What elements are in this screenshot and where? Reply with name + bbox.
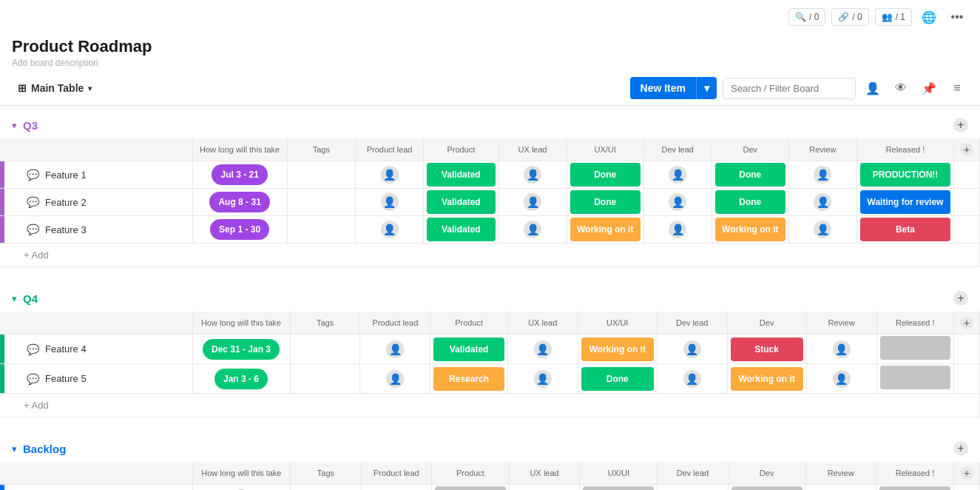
- date-badge[interactable]: Dec 31 - Jan 3: [203, 339, 280, 360]
- row-review-q3-1[interactable]: 👤: [788, 189, 856, 216]
- avatar[interactable]: 👤: [534, 370, 552, 388]
- row-review-q4-1[interactable]: 👤: [806, 364, 876, 394]
- row-product-lead-q3-0[interactable]: 👤: [355, 161, 423, 189]
- row-dev-lead-q3-1[interactable]: 👤: [643, 189, 712, 216]
- section-title-q3[interactable]: Q3: [23, 119, 38, 132]
- row-dev-q3-1[interactable]: Done: [712, 189, 788, 216]
- row-dev-q3-2[interactable]: Working on it: [712, 216, 788, 244]
- avatar[interactable]: 👤: [386, 370, 404, 388]
- section-add-btn-q4[interactable]: +: [950, 291, 968, 306]
- date-badge[interactable]: Sep 1 - 30: [210, 219, 269, 240]
- product-badge[interactable]: Validated: [427, 163, 495, 187]
- row-review-q3-0[interactable]: 👤: [788, 161, 856, 189]
- row-ux-ui-q3-1[interactable]: Done: [567, 189, 643, 216]
- row-ux-ui-q3-0[interactable]: Done: [567, 161, 643, 189]
- row-product-q3-0[interactable]: Validated: [424, 161, 499, 189]
- product-badge[interactable]: Validated: [427, 218, 495, 241]
- avatar[interactable]: 👤: [814, 221, 831, 238]
- avatar[interactable]: 👤: [534, 340, 552, 358]
- col-header-add[interactable]: +: [954, 462, 980, 485]
- col-header-add[interactable]: +: [954, 312, 980, 335]
- globe-button[interactable]: 🌐: [918, 6, 940, 28]
- row-product-backlog-0[interactable]: [432, 485, 510, 491]
- row-date-q3-1[interactable]: Aug 8 - 31: [192, 189, 287, 216]
- row-dev-lead-q3-2[interactable]: 👤: [643, 216, 712, 244]
- avatar[interactable]: 👤: [683, 340, 701, 358]
- ux-ui-badge[interactable]: [583, 486, 654, 490]
- chevron-icon-q4[interactable]: ▾: [12, 293, 17, 304]
- row-product-lead-backlog-0[interactable]: 👤: [361, 485, 431, 491]
- avatar[interactable]: 👤: [381, 221, 399, 238]
- row-dev-q3-0[interactable]: Done: [712, 161, 788, 189]
- stat-users[interactable]: 👥 / 1: [875, 8, 912, 26]
- row-date-q3-0[interactable]: Jul 3 - 21: [192, 161, 287, 189]
- row-product-lead-q3-1[interactable]: 👤: [355, 189, 423, 216]
- product-badge[interactable]: Validated: [427, 190, 495, 214]
- row-review-q4-0[interactable]: 👤: [806, 335, 876, 364]
- dev-badge[interactable]: Working on it: [715, 218, 785, 241]
- avatar[interactable]: 👤: [669, 221, 686, 238]
- row-dev-backlog-0[interactable]: [728, 485, 805, 491]
- row-ux-lead-q3-0[interactable]: 👤: [499, 161, 567, 189]
- section-add-btn-backlog[interactable]: +: [950, 441, 968, 456]
- row-ux-lead-q3-2[interactable]: 👤: [499, 216, 567, 244]
- row-dev-q4-1[interactable]: Working on it: [727, 364, 806, 394]
- ux-ui-badge[interactable]: Working on it: [570, 218, 641, 241]
- add-item-label[interactable]: + Add: [0, 244, 980, 267]
- ux-ui-badge[interactable]: Done: [570, 163, 641, 187]
- dev-badge[interactable]: Done: [715, 163, 785, 187]
- row-product-lead-q4-1[interactable]: 👤: [360, 364, 430, 394]
- row-product-q3-2[interactable]: Validated: [424, 216, 499, 244]
- avatar[interactable]: 👤: [524, 166, 541, 184]
- row-date-backlog-0[interactable]: -: [192, 485, 291, 491]
- comment-icon[interactable]: 💬: [27, 373, 39, 385]
- avatar[interactable]: 👤: [683, 370, 701, 388]
- row-ux-ui-q4-0[interactable]: Working on it: [578, 335, 657, 364]
- released-badge[interactable]: PRODUCTION!!: [860, 163, 950, 187]
- row-date-q4-1[interactable]: Jan 3 - 6: [192, 364, 290, 394]
- row-date-q3-2[interactable]: Sep 1 - 30: [192, 216, 287, 244]
- row-ux-ui-q3-2[interactable]: Working on it: [567, 216, 643, 244]
- released-badge[interactable]: Beta: [860, 218, 950, 241]
- comment-icon[interactable]: 💬: [27, 196, 39, 208]
- row-ux-lead-backlog-0[interactable]: 👤: [509, 485, 579, 491]
- avatar[interactable]: 👤: [814, 193, 831, 211]
- row-product-lead-q4-0[interactable]: 👤: [360, 335, 430, 364]
- search-input[interactable]: [723, 78, 856, 99]
- product-badge[interactable]: Research: [433, 367, 504, 391]
- row-ux-lead-q3-1[interactable]: 👤: [499, 189, 567, 216]
- dev-badge[interactable]: Working on it: [731, 367, 803, 391]
- row-date-q4-0[interactable]: Dec 31 - Jan 3: [192, 335, 290, 364]
- row-dev-lead-q4-0[interactable]: 👤: [657, 335, 727, 364]
- avatar[interactable]: 👤: [381, 166, 399, 184]
- dev-badge[interactable]: Stuck: [731, 338, 803, 361]
- filter-pin-button[interactable]: 📌: [918, 77, 940, 99]
- row-dev-q4-0[interactable]: Stuck: [727, 335, 806, 364]
- row-ux-ui-q4-1[interactable]: Done: [578, 364, 657, 394]
- ux-ui-badge[interactable]: Done: [581, 367, 654, 391]
- add-item-label[interactable]: + Add: [0, 394, 980, 417]
- row-dev-lead-q3-0[interactable]: 👤: [643, 161, 712, 189]
- comment-icon[interactable]: 💬: [27, 343, 39, 355]
- avatar[interactable]: 👤: [814, 166, 831, 184]
- section-title-q4[interactable]: Q4: [23, 292, 38, 305]
- date-badge[interactable]: Aug 8 - 31: [209, 192, 269, 212]
- hide-button[interactable]: 👁: [890, 77, 912, 99]
- person-filter-button[interactable]: 👤: [862, 77, 884, 99]
- chevron-icon-q3[interactable]: ▾: [12, 120, 17, 131]
- row-product-q4-0[interactable]: Validated: [430, 335, 507, 364]
- row-review-backlog-0[interactable]: 👤: [805, 485, 876, 491]
- comment-icon[interactable]: 💬: [27, 169, 39, 181]
- ux-ui-badge[interactable]: Working on it: [581, 338, 654, 361]
- dev-badge[interactable]: [731, 486, 802, 490]
- add-row-q4[interactable]: + Add: [0, 394, 980, 417]
- row-ux-ui-backlog-0[interactable]: [580, 485, 658, 491]
- row-review-q3-2[interactable]: 👤: [788, 216, 856, 244]
- row-product-q4-1[interactable]: Research: [430, 364, 507, 394]
- row-released-q3-0[interactable]: PRODUCTION!!: [856, 161, 953, 189]
- row-released-q4-1[interactable]: [876, 364, 953, 394]
- row-product-lead-q3-2[interactable]: 👤: [355, 216, 423, 244]
- chevron-icon-backlog[interactable]: ▾: [12, 443, 17, 454]
- avatar[interactable]: 👤: [669, 193, 686, 211]
- new-item-button[interactable]: New Item ▾: [630, 77, 717, 99]
